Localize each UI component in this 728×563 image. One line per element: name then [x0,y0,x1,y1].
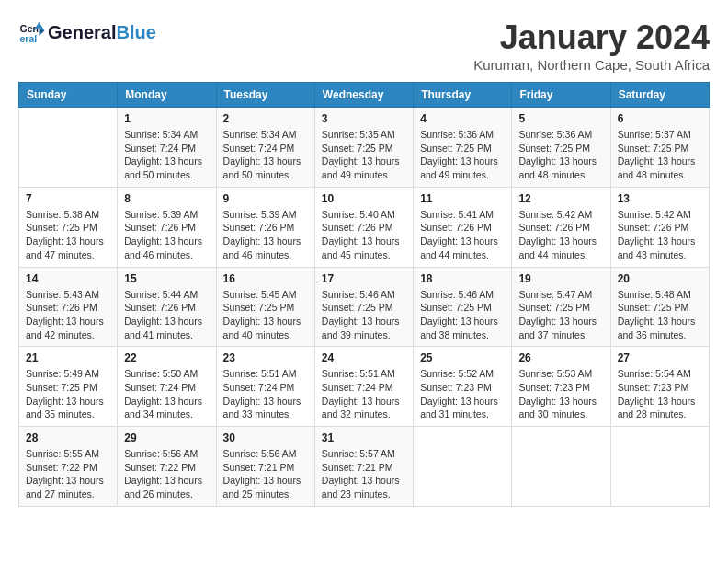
calendar-week-row: 28Sunrise: 5:55 AM Sunset: 7:22 PM Dayli… [19,427,710,507]
day-number: 23 [223,351,308,364]
day-number: 15 [124,272,209,285]
day-info: Sunrise: 5:55 AM Sunset: 7:22 PM Dayligh… [26,447,110,501]
day-number: 25 [420,351,505,364]
calendar-cell: 12Sunrise: 5:42 AM Sunset: 7:26 PM Dayli… [512,187,610,267]
calendar-cell: 21Sunrise: 5:49 AM Sunset: 7:25 PM Dayli… [19,347,118,427]
day-number: 20 [618,272,702,285]
day-info: Sunrise: 5:35 AM Sunset: 7:25 PM Dayligh… [322,128,406,182]
day-info: Sunrise: 5:42 AM Sunset: 7:26 PM Dayligh… [618,208,702,262]
calendar-cell: 20Sunrise: 5:48 AM Sunset: 7:25 PM Dayli… [610,267,709,347]
calendar-cell: 5Sunrise: 5:36 AM Sunset: 7:25 PM Daylig… [512,108,610,188]
day-number: 10 [322,192,406,205]
page-header: Gen eral GeneralBlue January 2024 Kuruma… [18,18,710,73]
calendar-week-row: 14Sunrise: 5:43 AM Sunset: 7:26 PM Dayli… [19,267,710,347]
day-info: Sunrise: 5:56 AM Sunset: 7:21 PM Dayligh… [223,447,308,501]
calendar-cell: 3Sunrise: 5:35 AM Sunset: 7:25 PM Daylig… [314,108,413,188]
calendar-cell: 16Sunrise: 5:45 AM Sunset: 7:25 PM Dayli… [216,267,314,347]
day-number: 29 [124,431,209,444]
day-number: 2 [223,112,308,125]
calendar-cell [610,427,709,507]
column-header-tuesday: Tuesday [216,83,314,108]
day-info: Sunrise: 5:46 AM Sunset: 7:25 PM Dayligh… [322,288,406,342]
column-header-sunday: Sunday [19,83,118,108]
logo-text: GeneralBlue [48,22,156,43]
day-info: Sunrise: 5:51 AM Sunset: 7:24 PM Dayligh… [322,367,406,421]
day-number: 3 [322,112,406,125]
day-number: 21 [26,351,110,364]
calendar-cell: 29Sunrise: 5:56 AM Sunset: 7:22 PM Dayli… [118,427,216,507]
day-info: Sunrise: 5:44 AM Sunset: 7:26 PM Dayligh… [124,288,209,342]
calendar-week-row: 1Sunrise: 5:34 AM Sunset: 7:24 PM Daylig… [19,108,710,188]
calendar-cell: 9Sunrise: 5:39 AM Sunset: 7:26 PM Daylig… [216,187,314,267]
day-info: Sunrise: 5:36 AM Sunset: 7:25 PM Dayligh… [518,128,603,182]
column-header-saturday: Saturday [610,83,709,108]
day-info: Sunrise: 5:54 AM Sunset: 7:23 PM Dayligh… [618,367,702,421]
calendar-cell [19,108,118,188]
calendar-cell: 19Sunrise: 5:47 AM Sunset: 7:25 PM Dayli… [512,267,610,347]
day-info: Sunrise: 5:40 AM Sunset: 7:26 PM Dayligh… [322,208,406,262]
day-info: Sunrise: 5:39 AM Sunset: 7:26 PM Dayligh… [124,208,209,262]
day-info: Sunrise: 5:53 AM Sunset: 7:23 PM Dayligh… [518,367,603,421]
day-number: 11 [420,192,505,205]
day-number: 4 [420,112,505,125]
calendar-cell: 27Sunrise: 5:54 AM Sunset: 7:23 PM Dayli… [610,347,709,427]
calendar-cell: 2Sunrise: 5:34 AM Sunset: 7:24 PM Daylig… [216,108,314,188]
day-number: 30 [223,431,308,444]
calendar-week-row: 7Sunrise: 5:38 AM Sunset: 7:25 PM Daylig… [19,187,710,267]
day-info: Sunrise: 5:47 AM Sunset: 7:25 PM Dayligh… [518,288,603,342]
day-number: 9 [223,192,308,205]
column-header-wednesday: Wednesday [314,83,413,108]
day-number: 12 [518,192,603,205]
day-number: 18 [420,272,505,285]
calendar-cell: 7Sunrise: 5:38 AM Sunset: 7:25 PM Daylig… [19,187,118,267]
day-info: Sunrise: 5:57 AM Sunset: 7:21 PM Dayligh… [322,447,406,501]
calendar-cell: 18Sunrise: 5:46 AM Sunset: 7:25 PM Dayli… [414,267,512,347]
calendar-week-row: 21Sunrise: 5:49 AM Sunset: 7:25 PM Dayli… [19,347,710,427]
calendar-cell: 26Sunrise: 5:53 AM Sunset: 7:23 PM Dayli… [512,347,610,427]
day-info: Sunrise: 5:45 AM Sunset: 7:25 PM Dayligh… [223,288,308,342]
month-title: January 2024 [473,18,710,57]
calendar-cell: 24Sunrise: 5:51 AM Sunset: 7:24 PM Dayli… [314,347,413,427]
calendar-cell: 28Sunrise: 5:55 AM Sunset: 7:22 PM Dayli… [19,427,118,507]
calendar-cell: 31Sunrise: 5:57 AM Sunset: 7:21 PM Dayli… [314,427,413,507]
day-info: Sunrise: 5:39 AM Sunset: 7:26 PM Dayligh… [223,208,308,262]
day-number: 31 [322,431,406,444]
day-number: 17 [322,272,406,285]
calendar-cell: 17Sunrise: 5:46 AM Sunset: 7:25 PM Dayli… [314,267,413,347]
day-number: 19 [518,272,603,285]
calendar-cell: 4Sunrise: 5:36 AM Sunset: 7:25 PM Daylig… [414,108,512,188]
day-number: 27 [618,351,702,364]
location-subtitle: Kuruman, Northern Cape, South Africa [473,57,710,73]
day-number: 24 [322,351,406,364]
column-header-friday: Friday [512,83,610,108]
logo-icon: Gen eral [18,18,46,46]
svg-text:eral: eral [20,33,38,44]
calendar-cell: 15Sunrise: 5:44 AM Sunset: 7:26 PM Dayli… [118,267,216,347]
day-number: 13 [618,192,702,205]
logo: Gen eral GeneralBlue [18,18,156,46]
day-info: Sunrise: 5:37 AM Sunset: 7:25 PM Dayligh… [618,128,702,182]
title-block: January 2024 Kuruman, Northern Cape, Sou… [473,18,710,73]
calendar-cell: 23Sunrise: 5:51 AM Sunset: 7:24 PM Dayli… [216,347,314,427]
day-info: Sunrise: 5:42 AM Sunset: 7:26 PM Dayligh… [518,208,603,262]
day-info: Sunrise: 5:34 AM Sunset: 7:24 PM Dayligh… [223,128,308,182]
day-number: 7 [26,192,110,205]
day-info: Sunrise: 5:43 AM Sunset: 7:26 PM Dayligh… [26,288,110,342]
calendar-cell: 25Sunrise: 5:52 AM Sunset: 7:23 PM Dayli… [414,347,512,427]
day-number: 5 [518,112,603,125]
day-number: 1 [124,112,209,125]
calendar-cell: 30Sunrise: 5:56 AM Sunset: 7:21 PM Dayli… [216,427,314,507]
day-info: Sunrise: 5:41 AM Sunset: 7:26 PM Dayligh… [420,208,505,262]
calendar-cell [414,427,512,507]
day-number: 14 [26,272,110,285]
day-info: Sunrise: 5:34 AM Sunset: 7:24 PM Dayligh… [124,128,209,182]
calendar-cell: 11Sunrise: 5:41 AM Sunset: 7:26 PM Dayli… [414,187,512,267]
day-number: 28 [26,431,110,444]
calendar-table: SundayMondayTuesdayWednesdayThursdayFrid… [18,82,710,507]
day-info: Sunrise: 5:56 AM Sunset: 7:22 PM Dayligh… [124,447,209,501]
calendar-cell: 22Sunrise: 5:50 AM Sunset: 7:24 PM Dayli… [118,347,216,427]
calendar-cell: 14Sunrise: 5:43 AM Sunset: 7:26 PM Dayli… [19,267,118,347]
day-number: 16 [223,272,308,285]
column-header-monday: Monday [118,83,216,108]
column-header-thursday: Thursday [414,83,512,108]
